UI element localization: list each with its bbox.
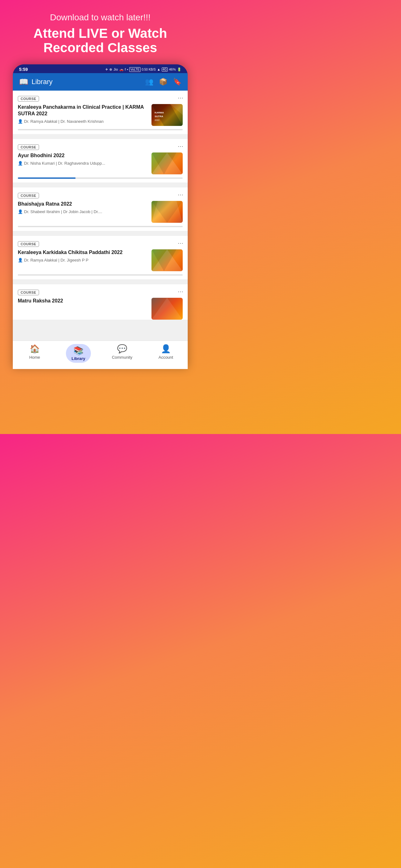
nav-item-home[interactable]: 🏠 Home [22,344,47,363]
nav-item-library[interactable]: 📚 Library [66,344,91,363]
header-left: 📖 Library [19,78,53,86]
thumb-svg [152,153,183,174]
nav-label-community: Community [112,355,132,360]
thumb-svg: KARMA SUTRA 2022 [152,104,183,126]
author-name: Dr. Shabeel Ibrahim | Dr Jobin Jacob | D… [24,209,102,214]
header-actions: 👥 📦 🔖 [145,78,181,86]
course-card-inner: Matru Raksha 2022 [18,298,183,320]
nav-item-account[interactable]: 👤 Account [153,344,178,363]
course-title[interactable]: Keraleeya Panchakarma in Clinical Practi… [18,104,148,117]
author-name: Dr. Ramya Alakkal | Dr. Jigeesh P P [24,258,89,262]
course-info: Keraleeya Panchakarma in Clinical Practi… [18,104,152,124]
hero-subtitle: Download to watch later!!! [9,12,191,23]
course-card-inner: Keraleeya Panchakarma in Clinical Practi… [18,104,183,126]
status-icons: ✈ ⊕ Jio 🚗 f • VoLTE 0.50 KB/S ▲ 4G 46% 🔋 [105,67,181,72]
nav-active-bg: 📚 Library [66,344,91,363]
thumb-svg [152,249,183,271]
profile-group-icon[interactable]: 👥 [145,78,153,86]
progress-bar-container [18,226,183,227]
person-icon: 👤 [18,258,23,262]
course-badge: COURSE [18,290,39,295]
course-card: ⋯ COURSE Ayur Bhodhini 2022 👤 Dr. Nisha … [13,139,188,183]
course-info: Keraleeya Karkidaka Chikitsa Paddathi 20… [18,249,152,262]
course-thumbnail [152,249,183,271]
svg-marker-12 [152,298,183,320]
svg-text:SUTRA: SUTRA [155,115,163,118]
course-card: ⋯ COURSE Bhaishajya Ratna 2022 👤 Dr. Sha… [13,187,188,231]
network-label: Jio [113,67,118,71]
course-card: ⋯ COURSE Keraleeya Panchakarma in Clinic… [13,91,188,134]
course-thumbnail [152,298,183,320]
author-name: Dr. Ramya Alakkal | Dr. Navaneeth Krishn… [24,119,104,124]
card-divider [13,234,188,236]
network-type: 4G [162,67,168,71]
course-card: ⋯ COURSE Keraleeya Karkidaka Chikitsa Pa… [13,236,188,279]
course-author: 👤 Dr. Nisha Kumari | Dr. Raghavendra Udu… [18,161,148,165]
course-card-inner: Ayur Bhodhini 2022 👤 Dr. Nisha Kumari | … [18,153,183,174]
thumb-svg [152,201,183,223]
more-options-button[interactable]: ⋯ [178,143,183,150]
progress-bar-container [18,178,183,179]
card-divider [13,185,188,187]
course-title[interactable]: Matru Raksha 2022 [18,298,148,304]
dot-icon: • [127,67,128,71]
card-divider [13,282,188,284]
battery-icon: 🔋 [177,67,181,71]
course-title[interactable]: Ayur Bhodhini 2022 [18,153,148,159]
card-divider [13,136,188,139]
course-thumbnail [152,153,183,174]
nav-item-community[interactable]: 💬 Community [110,344,135,363]
progress-bar-container [18,129,183,130]
send-icon: ✈ [105,67,108,71]
course-info: Bhaishajya Ratna 2022 👤 Dr. Shabeel Ibra… [18,201,152,214]
bookmark-icon[interactable]: 🔖 [173,78,181,86]
person-icon: 👤 [18,119,23,124]
progress-bar-container [18,274,183,276]
app-header: 📖 Library 👥 📦 🔖 [13,73,188,91]
course-info: Ayur Bhodhini 2022 👤 Dr. Nisha Kumari | … [18,153,152,165]
course-card-inner: Keraleeya Karkidaka Chikitsa Paddathi 20… [18,249,183,271]
course-author: 👤 Dr. Ramya Alakkal | Dr. Jigeesh P P [18,258,148,262]
course-author: 👤 Dr. Shabeel Ibrahim | Dr Jobin Jacob |… [18,209,148,214]
more-options-button[interactable]: ⋯ [178,240,183,247]
svg-text:2022: 2022 [155,119,160,121]
course-badge: COURSE [18,241,39,247]
thumb-svg [152,298,183,320]
fb-icon: f [125,67,126,71]
volte-icon: VoLTE [129,67,140,72]
course-badge: COURSE [18,193,39,198]
course-card-inner: Bhaishajya Ratna 2022 👤 Dr. Shabeel Ibra… [18,201,183,223]
status-bar: 5:59 ✈ ⊕ Jio 🚗 f • VoLTE 0.50 KB/S ▲ 4G … [13,64,188,73]
course-badge: COURSE [18,96,39,101]
svg-text:KARMA: KARMA [155,111,164,114]
progress-bar [18,178,75,179]
course-info: Matru Raksha 2022 [18,298,152,306]
more-options-button[interactable]: ⋯ [178,94,183,101]
course-author: 👤 Dr. Ramya Alakkal | Dr. Navaneeth Kris… [18,119,148,124]
phone-mockup: 5:59 ✈ ⊕ Jio 🚗 f • VoLTE 0.50 KB/S ▲ 4G … [13,64,188,369]
library-book-icon: 📖 [19,78,28,86]
archive-icon[interactable]: 📦 [159,78,167,86]
nav-label-home: Home [29,355,40,360]
status-time: 5:59 [19,67,28,72]
more-options-button[interactable]: ⋯ [178,191,183,198]
library-icon: 📚 [73,346,83,355]
course-thumbnail: KARMA SUTRA 2022 [152,104,183,126]
course-card-partial: ⋯ COURSE Matru Raksha 2022 [13,284,188,320]
hero-section: Download to watch later!!! Attend LIVE o… [0,0,201,64]
community-icon: 💬 [117,344,127,354]
battery-level: 46% [169,67,176,71]
bottom-navigation: 🏠 Home 📚 Library 💬 Community 👤 Account [13,341,188,369]
author-name: Dr. Nisha Kumari | Dr. Raghavendra Udupp… [24,161,105,165]
account-icon: 👤 [161,344,171,354]
course-title[interactable]: Bhaishajya Ratna 2022 [18,201,148,208]
person-icon: 👤 [18,161,23,165]
header-title: Library [32,78,53,86]
nav-label-library: Library [71,356,85,361]
wifi-icon: ⊕ [109,67,112,71]
person-icon: 👤 [18,209,23,214]
course-title[interactable]: Keraleeya Karkidaka Chikitsa Paddathi 20… [18,249,148,256]
more-options-button[interactable]: ⋯ [178,288,183,295]
data-speed: 0.50 KB/S [142,68,156,71]
course-badge: COURSE [18,144,39,150]
